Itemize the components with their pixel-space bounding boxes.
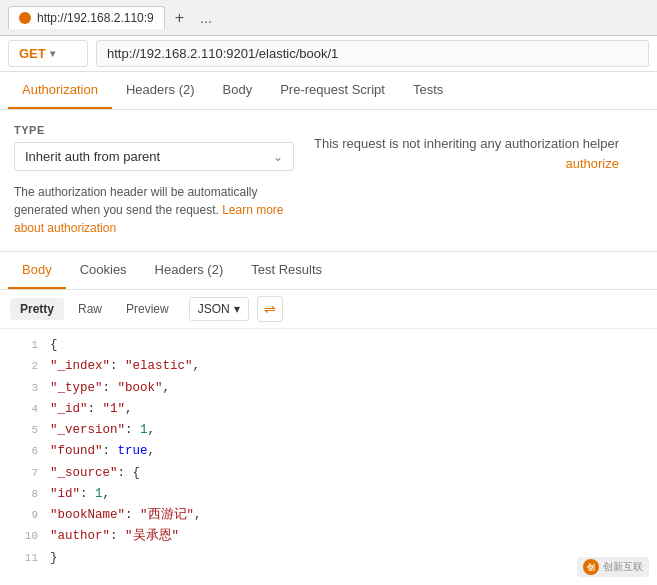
tab-url-label: http://192.168.2.110:9 (37, 11, 154, 25)
method-label: GET (19, 46, 46, 61)
line-content: "bookName": "西游记", (50, 505, 202, 526)
line-number: 3 (10, 378, 38, 398)
auth-left-panel: TYPE Inherit auth from parent ⌄ The auth… (14, 124, 294, 237)
line-number: 4 (10, 399, 38, 419)
line-content: "_index": "elastic", (50, 356, 200, 377)
format-bar: Pretty Raw Preview JSON ▾ ⇌ (0, 290, 657, 329)
pretty-button[interactable]: Pretty (10, 298, 64, 320)
raw-button[interactable]: Raw (68, 298, 112, 320)
line-number: 1 (10, 335, 38, 355)
tab-authorization[interactable]: Authorization (8, 72, 112, 109)
preview-button[interactable]: Preview (116, 298, 179, 320)
json-line: 1{ (10, 335, 647, 356)
format-arrow-icon: ▾ (234, 302, 240, 316)
type-label: TYPE (14, 124, 294, 136)
line-content: "_source": { (50, 463, 140, 484)
tab-favicon (19, 12, 31, 24)
json-line: 6 "found": true, (10, 441, 647, 462)
tab-tests[interactable]: Tests (399, 72, 457, 109)
json-line: 2 "_index": "elastic", (10, 356, 647, 377)
authorize-text: authorize (565, 156, 618, 171)
resp-tab-headers[interactable]: Headers (2) (141, 252, 238, 289)
tab-body[interactable]: Body (209, 72, 267, 109)
resp-tab-cookies[interactable]: Cookies (66, 252, 141, 289)
line-content: "found": true, (50, 441, 155, 462)
line-number: 8 (10, 484, 38, 504)
line-content: { (50, 335, 58, 356)
tab-menu-button[interactable]: ... (194, 8, 218, 28)
resp-tab-body[interactable]: Body (8, 252, 66, 289)
browser-tab[interactable]: http://192.168.2.110:9 (8, 6, 165, 29)
method-arrow-icon: ▾ (50, 48, 55, 59)
line-content: "_type": "book", (50, 378, 170, 399)
chevron-down-icon: ⌄ (273, 150, 283, 164)
auth-content: TYPE Inherit auth from parent ⌄ The auth… (0, 110, 657, 252)
json-line: 8 "id": 1, (10, 484, 647, 505)
resp-tab-test-results[interactable]: Test Results (237, 252, 336, 289)
line-content: "author": "吴承恩" (50, 526, 179, 547)
line-number: 9 (10, 505, 38, 525)
line-content: } (50, 548, 58, 566)
json-line: 9 "bookName": "西游记", (10, 505, 647, 526)
json-viewer: 1{2 "_index": "elastic",3 "_type": "book… (0, 329, 657, 565)
line-content: "_id": "1", (50, 399, 133, 420)
json-line: 7 "_source": { (10, 463, 647, 484)
tab-headers[interactable]: Headers (2) (112, 72, 209, 109)
request-tabs: Authorization Headers (2) Body Pre-reque… (0, 72, 657, 110)
format-select-label: JSON (198, 302, 230, 316)
auth-description-text: The authorization header will be automat… (14, 185, 257, 217)
new-tab-button[interactable]: + (169, 7, 190, 29)
auth-info-text: This request is not inheriting any autho… (314, 134, 629, 173)
line-content: "_version": 1, (50, 420, 155, 441)
line-number: 11 (10, 548, 38, 566)
type-select-value: Inherit auth from parent (25, 149, 160, 164)
watermark: 创 创新互联 (577, 557, 649, 577)
auth-description: The authorization header will be automat… (14, 183, 294, 237)
watermark-text: 创新互联 (603, 560, 643, 574)
line-number: 6 (10, 441, 38, 461)
line-number: 7 (10, 463, 38, 483)
response-section: Body Cookies Headers (2) Test Results Pr… (0, 252, 657, 565)
tab-prerequest-script[interactable]: Pre-request Script (266, 72, 399, 109)
format-select[interactable]: JSON ▾ (189, 297, 249, 321)
url-bar: GET ▾ (0, 36, 657, 72)
method-dropdown[interactable]: GET ▾ (8, 40, 88, 67)
tab-bar: http://192.168.2.110:9 + ... (8, 6, 218, 29)
json-line: 10 "author": "吴承恩" (10, 526, 647, 547)
watermark-icon: 创 (583, 559, 599, 575)
line-content: "id": 1, (50, 484, 110, 505)
browser-chrome: http://192.168.2.110:9 + ... (0, 0, 657, 36)
json-line: 5 "_version": 1, (10, 420, 647, 441)
line-number: 10 (10, 526, 38, 546)
auth-right-panel: This request is not inheriting any autho… (314, 124, 643, 237)
json-line: 4 "_id": "1", (10, 399, 647, 420)
line-number: 2 (10, 356, 38, 376)
json-line: 11 } (10, 548, 647, 566)
response-tabs: Body Cookies Headers (2) Test Results (0, 252, 657, 290)
line-number: 5 (10, 420, 38, 440)
main-content: Authorization Headers (2) Body Pre-reque… (0, 72, 657, 565)
url-input[interactable] (96, 40, 649, 67)
wrap-icon-button[interactable]: ⇌ (257, 296, 283, 322)
type-select-dropdown[interactable]: Inherit auth from parent ⌄ (14, 142, 294, 171)
auth-info-text-part1: This request is not inheriting any autho… (314, 136, 619, 151)
json-line: 3 "_type": "book", (10, 378, 647, 399)
